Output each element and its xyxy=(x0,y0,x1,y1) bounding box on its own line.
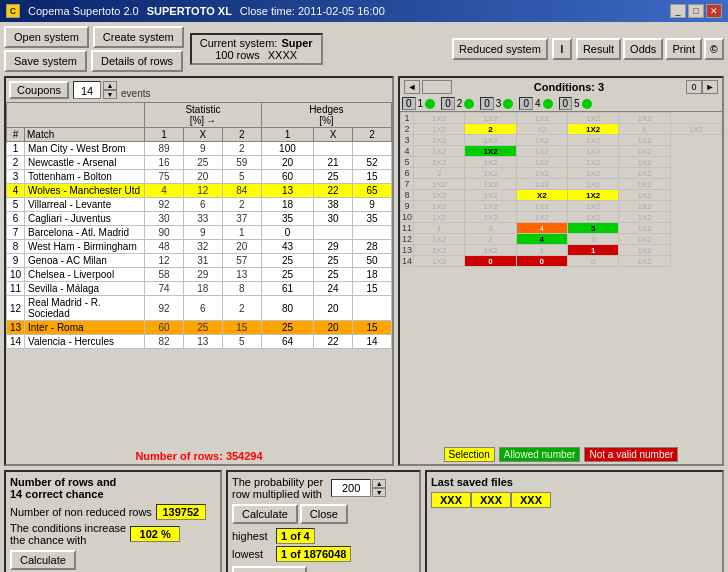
cond-row: 31X21X21X21X21X2 xyxy=(401,135,722,146)
cond-row: 101X21X21X21X21X2 xyxy=(401,212,722,223)
current-system-name: Super xyxy=(281,37,312,49)
save-system-button[interactable]: Save system xyxy=(4,50,87,72)
table-row: 11 Sevilla - Málaga 74 18 8 61 24 15 xyxy=(7,282,392,296)
saved-file-item[interactable]: XXX xyxy=(471,492,511,508)
bottom-middle-panel: The probability per row multiplied with … xyxy=(226,470,421,572)
legend-not-valid: Not a valid number xyxy=(584,447,678,462)
title-bar: C Copema Supertoto 2.0 SUPERTOTO XL Clos… xyxy=(0,0,728,22)
odds-button[interactable]: Odds xyxy=(623,38,663,60)
rows-count: Number of rows: 354294 xyxy=(6,448,392,464)
cond-row: 81X21X2X21X21X2 xyxy=(401,190,722,201)
cond-row: 121X22431X2 xyxy=(401,234,722,245)
table-row: 8 West Ham - Birmingham 48 32 20 43 29 2… xyxy=(7,240,392,254)
non-reduced-label: Number of non reduced rows xyxy=(10,506,152,518)
conditions-value: 102 % xyxy=(130,526,180,542)
bottom-title-1: Number of rows and xyxy=(10,476,216,488)
coupons-button[interactable]: Coupons xyxy=(9,81,69,99)
saved-files-title: Last saved files xyxy=(431,476,718,488)
table-row: 7 Barcelona - Atl. Madrid 90 9 1 0 xyxy=(7,226,392,240)
cond-row: 91X21X21X21X21X2 xyxy=(401,201,722,212)
maximize-button[interactable]: □ xyxy=(688,4,704,18)
conditions-tabs: 01 02 03 04 05 xyxy=(400,96,722,112)
events-counter: 14 xyxy=(73,81,101,99)
details-of-rows-button[interactable]: Details of rows xyxy=(91,50,183,72)
non-reduced-value: 139752 xyxy=(156,504,206,520)
bottom-left-panel: Number of rows and 14 correct chance Num… xyxy=(4,470,222,572)
table-row: 2 Newcastle - Arsenal 16 25 59 20 21 52 xyxy=(7,156,392,170)
copyright-button[interactable]: © xyxy=(704,38,724,60)
table-row: 13 Inter - Roma 60 25 15 25 20 15 xyxy=(7,321,392,335)
events-decrement[interactable]: ▼ xyxy=(103,90,117,99)
table-row: 12 Real Madrid - R. Sociedad 92 6 2 80 2… xyxy=(7,296,392,321)
reduced-system-button[interactable]: Reduced system xyxy=(452,38,548,60)
prob-increment[interactable]: ▲ xyxy=(372,479,386,488)
saved-file-item[interactable]: XXX xyxy=(511,492,551,508)
cond-prev[interactable]: ◄ xyxy=(404,80,420,94)
distribution-button[interactable]: Distribution xyxy=(232,566,307,572)
close-button[interactable]: ✕ xyxy=(706,4,722,18)
prob-calculate-button[interactable]: Calculate xyxy=(232,504,298,524)
highest-value: 1 of 4 xyxy=(276,528,315,544)
events-label: events xyxy=(121,88,150,99)
hedges-header: Hedges [%] xyxy=(261,103,391,128)
table-row: 1 Man City - West Brom 89 9 2 100 xyxy=(7,142,392,156)
open-system-button[interactable]: Open system xyxy=(4,26,89,48)
table-row: 5 Villarreal - Levante 92 6 2 18 38 9 xyxy=(7,198,392,212)
legend-allowed: Allowed number xyxy=(499,447,581,462)
cond-scroll[interactable] xyxy=(422,80,452,94)
cond-next[interactable]: ► xyxy=(702,80,718,94)
cond-row: 21X22X21X2X1X2 xyxy=(401,124,722,135)
saved-file-item[interactable]: XXX xyxy=(431,492,471,508)
info-button[interactable]: I xyxy=(552,38,572,60)
legend-selection: Selection xyxy=(444,447,495,462)
app-icon: C xyxy=(6,4,20,18)
current-system-box: Current system: Super 100 rows XXXX xyxy=(190,33,323,65)
current-code: XXXX xyxy=(268,49,297,61)
cond-row: 71X21X21X21X21X2 xyxy=(401,179,722,190)
table-row: 6 Cagliari - Juventus 30 33 37 35 30 35 xyxy=(7,212,392,226)
lowest-value: 1 of 1876048 xyxy=(276,546,351,562)
right-panel: ◄ Conditions: 3 0 ► 01 02 03 04 xyxy=(398,76,724,466)
table-row: 10 Chelsea - Liverpool 58 29 13 25 25 18 xyxy=(7,268,392,282)
conditions-zero[interactable]: 0 xyxy=(686,80,702,94)
result-button[interactable]: Result xyxy=(576,38,621,60)
bottom-title-2: 14 correct chance xyxy=(10,488,216,500)
print-button[interactable]: Print xyxy=(665,38,702,60)
minimize-button[interactable]: _ xyxy=(670,4,686,18)
cond-row: 621X21X21X21X2 xyxy=(401,168,722,179)
cond-row: 141X20001X2 xyxy=(401,256,722,267)
table-row: 9 Genoa - AC Milan 12 31 57 25 25 50 xyxy=(7,254,392,268)
product-name: SUPERTOTO XL xyxy=(147,5,232,17)
prob-decrement[interactable]: ▼ xyxy=(372,488,386,497)
prob-input[interactable] xyxy=(331,479,371,497)
table-row: 3 Tottenham - Bolton 75 20 5 60 25 15 xyxy=(7,170,392,184)
lowest-label: lowest xyxy=(232,548,272,560)
cond-row: 131X21X2111X2 xyxy=(401,245,722,256)
current-system-label: Current system: xyxy=(200,37,278,49)
cond-row: 1113451X2 xyxy=(401,223,722,234)
stat-arrow[interactable]: → xyxy=(206,115,216,126)
calculate-button[interactable]: Calculate xyxy=(10,550,76,570)
cond-row: 41X21X21X21X21X2 xyxy=(401,146,722,157)
prob-close-button[interactable]: Close xyxy=(300,504,348,524)
prob-label: The probability per row multiplied with xyxy=(232,476,323,500)
rows-value: 354294 xyxy=(226,450,263,462)
statistic-header: Statistic [%] → xyxy=(145,103,262,128)
conditions-grid: 11X21X21X21X21X221X22X21X2X1X231X21X21X2… xyxy=(400,112,722,445)
create-system-button[interactable]: Create system xyxy=(93,26,184,48)
left-panel: Coupons 14 ▲ ▼ events St xyxy=(4,76,394,466)
close-time: Close time: 2011-02-05 16:00 xyxy=(240,5,385,17)
table-row: 14 Valencia - Hercules 82 13 5 64 22 14 xyxy=(7,335,392,349)
current-rows: 100 rows xyxy=(215,49,260,61)
table-row: 4 Wolves - Manchester Utd 4 12 84 13 22 … xyxy=(7,184,392,198)
cond-row: 51X21X21X21X21X2 xyxy=(401,157,722,168)
legend-row: Selection Allowed number Not a valid num… xyxy=(400,445,722,464)
highest-label: highest xyxy=(232,530,272,542)
cond-row: 11X21X21X21X21X2 xyxy=(401,113,722,124)
events-increment[interactable]: ▲ xyxy=(103,81,117,90)
app-name: Copema Supertoto 2.0 xyxy=(28,5,139,17)
conditions-title: Conditions: 3 xyxy=(452,81,686,93)
conditions-label: The conditions increase the chance with xyxy=(10,522,126,546)
bottom-right-panel: Last saved files XXXXXXXXX xyxy=(425,470,724,572)
